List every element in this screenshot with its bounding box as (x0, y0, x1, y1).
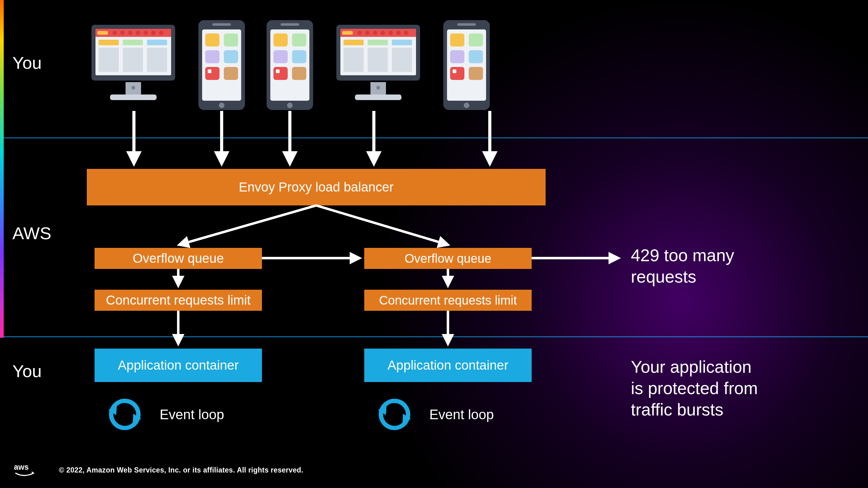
too-many-requests-text: 429 too many requests (631, 245, 734, 288)
svg-rect-58 (392, 48, 412, 72)
svg-rect-56 (343, 48, 364, 72)
svg-line-82 (179, 205, 316, 245)
section-divider-1 (4, 137, 868, 138)
svg-rect-16 (147, 48, 167, 72)
svg-rect-13 (147, 40, 167, 45)
svg-text:aws: aws (14, 463, 29, 471)
svg-point-9 (151, 31, 156, 35)
concurrent-limit-right: Concurrent requests limit (364, 290, 532, 311)
event-loop-right: Event loop (377, 397, 494, 432)
svg-rect-53 (343, 40, 364, 45)
desktop-icon (332, 19, 425, 111)
svg-rect-55 (392, 40, 412, 45)
overflow-queue-right: Overflow queue (364, 248, 532, 269)
svg-rect-54 (368, 40, 388, 45)
phone-icon (440, 19, 493, 111)
svg-rect-66 (450, 33, 464, 46)
section-label-you-top: You (12, 53, 42, 73)
section-label-aws: AWS (12, 223, 51, 243)
svg-rect-18 (110, 95, 157, 100)
overflow-queue-left: Overflow queue (95, 248, 262, 269)
svg-rect-11 (99, 40, 119, 45)
svg-rect-70 (450, 67, 464, 80)
envoy-proxy-box: Envoy Proxy load balancer (87, 169, 546, 205)
svg-point-47 (365, 31, 370, 35)
svg-point-61 (376, 86, 380, 90)
refresh-loop-icon (377, 397, 412, 432)
svg-point-8 (144, 31, 148, 35)
svg-rect-64 (457, 23, 476, 26)
svg-rect-38 (292, 50, 306, 63)
svg-rect-68 (450, 50, 464, 63)
svg-point-50 (389, 31, 393, 35)
svg-point-23 (219, 103, 224, 108)
svg-point-48 (373, 31, 377, 35)
app-container-left: Application container (95, 349, 262, 382)
refresh-loop-icon (107, 397, 143, 432)
svg-point-34 (287, 103, 292, 108)
section-label-you-bottom: You (12, 361, 42, 381)
svg-rect-37 (273, 50, 288, 63)
copyright-text: © 2022, Amazon Web Services, Inc. or its… (59, 466, 303, 475)
svg-point-10 (159, 31, 163, 35)
aws-logo-icon: aws (14, 462, 42, 479)
svg-rect-33 (281, 23, 299, 26)
event-loop-label: Event loop (160, 407, 224, 422)
svg-rect-25 (224, 33, 238, 46)
svg-point-4 (113, 31, 117, 35)
phone-icon (264, 19, 316, 111)
svg-rect-27 (224, 50, 238, 63)
svg-rect-28 (205, 67, 219, 80)
svg-point-7 (136, 31, 140, 35)
event-loop-label: Event loop (429, 407, 494, 422)
svg-point-46 (358, 31, 362, 35)
svg-rect-36 (292, 33, 306, 46)
svg-rect-60 (355, 95, 401, 100)
section-divider-2 (4, 336, 868, 337)
svg-rect-26 (205, 50, 219, 63)
svg-rect-72 (469, 67, 483, 80)
svg-rect-71 (453, 69, 456, 73)
svg-rect-69 (469, 50, 483, 63)
svg-rect-29 (208, 69, 211, 73)
svg-rect-45 (342, 31, 353, 35)
svg-rect-22 (212, 23, 231, 26)
svg-marker-91 (32, 471, 34, 475)
svg-point-65 (464, 103, 469, 108)
svg-rect-57 (368, 48, 388, 72)
footer: aws © 2022, Amazon Web Services, Inc. or… (14, 462, 303, 479)
svg-point-5 (120, 31, 125, 35)
svg-rect-24 (205, 33, 219, 46)
svg-point-49 (381, 31, 385, 35)
concurrent-limit-left: Concurrent requests limit (95, 290, 262, 311)
svg-rect-15 (123, 48, 143, 72)
svg-rect-3 (97, 31, 108, 35)
svg-rect-35 (273, 33, 288, 46)
client-devices-row (87, 19, 546, 118)
rainbow-accent-bar (0, 0, 4, 338)
svg-line-83 (316, 205, 448, 245)
svg-rect-40 (276, 69, 280, 73)
svg-point-52 (404, 31, 408, 35)
desktop-icon (87, 19, 180, 111)
svg-rect-14 (99, 48, 119, 72)
svg-rect-39 (273, 67, 288, 80)
svg-point-6 (128, 31, 132, 35)
svg-point-51 (396, 31, 401, 35)
app-container-right: Application container (364, 349, 532, 382)
protection-text: Your application is protected from traff… (631, 356, 758, 420)
svg-rect-30 (224, 67, 238, 80)
svg-point-19 (131, 86, 135, 90)
svg-rect-12 (123, 40, 143, 45)
svg-rect-67 (469, 33, 483, 46)
event-loop-left: Event loop (107, 397, 224, 432)
svg-rect-41 (292, 67, 306, 80)
phone-icon (195, 19, 248, 111)
